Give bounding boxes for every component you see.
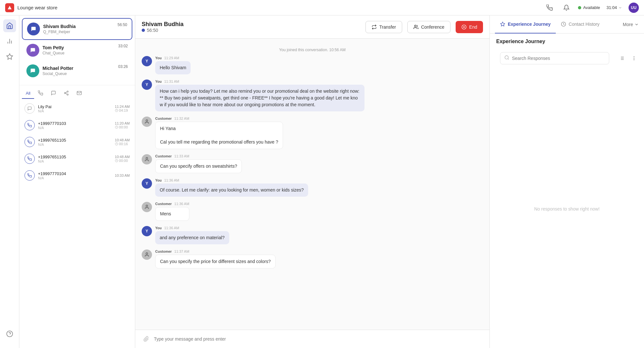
message-meta: You 11:29 AM xyxy=(155,56,191,60)
end-button[interactable]: End xyxy=(456,21,483,33)
recent-sub: N/A xyxy=(38,176,112,180)
message-sender: You xyxy=(155,56,162,60)
message-row: Y You 11:36 AM and any preference on mat… xyxy=(142,226,483,244)
chat-area: Shivam Budhia 56:50 Transfer Conference … xyxy=(135,15,489,348)
message-time: 11:36 AM xyxy=(164,226,179,230)
agent-avatar: Y xyxy=(142,226,152,236)
message-group-6: Customer 11:36 AM Mens xyxy=(142,202,483,221)
tab-contact-history[interactable]: Contact History xyxy=(556,15,605,33)
recent-icon-phone xyxy=(24,120,35,130)
message-content: Customer 11:36 AM Mens xyxy=(155,202,189,221)
nav-item-routing[interactable] xyxy=(3,50,16,63)
recent-item-phone4[interactable]: +19997770104 N/A 10:33 AM xyxy=(22,167,132,184)
message-sender: You xyxy=(155,226,162,230)
customer-avatar xyxy=(142,249,152,260)
message-group-7: Y You 11:36 AM and any preference on mat… xyxy=(142,226,483,244)
tab-calls[interactable] xyxy=(34,88,47,99)
system-message: You joined this conversation. 10:56 AM xyxy=(142,48,483,52)
svg-point-33 xyxy=(634,57,634,57)
chat-header: Shivam Budhia 56:50 Transfer Conference … xyxy=(135,15,489,39)
user-avatar[interactable]: UU xyxy=(629,3,639,13)
svg-line-10 xyxy=(66,92,67,93)
conv-avatar xyxy=(27,23,40,35)
chat-contact-name: Shivam Budhia xyxy=(142,21,360,28)
timer-dot xyxy=(142,29,145,32)
active-conversations: Shivam Budhia Q_FBM_ihelper 56:50 Tom Pe… xyxy=(19,15,135,84)
tab-all[interactable]: All xyxy=(22,88,34,99)
message-bubble: Can you specify offers on sweatshirts? xyxy=(155,159,242,173)
agent-avatar: Y xyxy=(142,56,152,66)
filter-icon[interactable] xyxy=(617,53,627,63)
conversations-list: Shivam Budhia Q_FBM_ihelper 56:50 Tom Pe… xyxy=(19,15,135,348)
message-sender: Customer xyxy=(155,117,172,120)
topbar-right: Available 31:04 UU xyxy=(545,3,639,13)
svg-line-9 xyxy=(66,93,67,94)
customer-avatar xyxy=(142,154,152,165)
status-badge[interactable]: Available xyxy=(578,5,600,10)
recent-contacts-list: Lily Pai N/A 11:24 AM 04:19 +19997770103 xyxy=(19,99,135,348)
tab-chat[interactable] xyxy=(47,88,60,99)
more-options-icon[interactable] xyxy=(629,53,639,63)
recent-name: +19997651105 xyxy=(38,138,112,143)
transfer-button[interactable]: Transfer xyxy=(365,21,402,33)
message-time: 11:37 AM xyxy=(174,249,189,253)
recent-info: +19997651105 N/A xyxy=(38,155,112,163)
conv-info: Shivam Budhia Q_FBM_ihelper xyxy=(43,24,127,34)
tab-email[interactable] xyxy=(73,88,86,99)
conv-item-shivam[interactable]: Shivam Budhia Q_FBM_ihelper 56:50 xyxy=(22,18,132,40)
recent-item-phone3[interactable]: +19997651105 N/A 10:48 AM 00:00 xyxy=(22,150,132,167)
conv-item-michael[interactable]: Michael Potter Social_Queue 03:26 xyxy=(22,61,132,81)
main-content: Shivam Budhia Q_FBM_ihelper 56:50 Tom Pe… xyxy=(0,15,644,348)
chat-input[interactable] xyxy=(154,336,483,342)
message-group-4: Customer 11:33 AM Can you specify offers… xyxy=(142,154,483,173)
message-time: 11:29 AM xyxy=(164,56,179,60)
conference-button[interactable]: Conference xyxy=(407,21,450,33)
phone-icon[interactable] xyxy=(545,3,555,13)
chat-input-area xyxy=(135,330,489,348)
message-meta: Customer 11:36 AM xyxy=(155,202,189,206)
svg-point-7 xyxy=(64,92,66,94)
conv-item-tom[interactable]: Tom Petty Chat_Queue 33:02 xyxy=(22,40,132,61)
search-responses-input[interactable] xyxy=(512,56,605,61)
svg-point-19 xyxy=(146,120,147,121)
message-sender: You xyxy=(155,178,162,182)
conv-name: Tom Petty xyxy=(43,45,128,50)
nav-item-home[interactable] xyxy=(3,19,16,32)
message-content: Customer 11:32 AM Hi YanaCal you tell me… xyxy=(155,117,283,149)
notification-icon[interactable] xyxy=(561,3,572,13)
conv-info: Tom Petty Chat_Queue xyxy=(43,45,128,55)
svg-line-26 xyxy=(508,59,509,60)
tab-more-label: More xyxy=(623,22,633,27)
message-group-8: Customer 11:37 AM Can you specify the pr… xyxy=(142,249,483,268)
recent-icon-chat xyxy=(24,103,35,114)
chat-messages: You joined this conversation. 10:56 AM Y… xyxy=(135,39,489,330)
conv-name: Michael Potter xyxy=(43,66,128,71)
attach-icon[interactable] xyxy=(142,334,151,343)
tab-experience-journey[interactable]: Experience Journey xyxy=(495,15,556,33)
conv-name: Shivam Budhia xyxy=(43,24,127,29)
message-meta: You 11:36 AM xyxy=(155,178,308,182)
recent-item-phone2[interactable]: +19997651105 N/A 10:48 AM 00:16 xyxy=(22,134,132,150)
message-row: Customer 11:33 AM Can you specify offers… xyxy=(142,154,483,173)
status-label: Available xyxy=(583,5,600,10)
transfer-label: Transfer xyxy=(379,24,396,30)
nav-item-analytics[interactable] xyxy=(3,35,16,48)
recent-sub: N/A xyxy=(38,126,112,130)
tab-experience-journey-label: Experience Journey xyxy=(508,22,551,27)
recent-item-phone1[interactable]: +19997770103 N/A 11:20 AM 00:00 xyxy=(22,117,132,134)
recent-item-lily[interactable]: Lily Pai N/A 11:24 AM 04:19 xyxy=(22,100,132,117)
message-group-1: Y You 11:29 AM Hello Shivam xyxy=(142,56,483,74)
svg-point-34 xyxy=(634,58,634,58)
tab-more[interactable]: More xyxy=(623,22,639,27)
message-content: You 11:36 AM Of course. Let me clarify: … xyxy=(155,178,308,197)
topbar: Lounge wear store Available 31:04 UU xyxy=(0,0,644,15)
recent-time: 11:20 AM 00:00 xyxy=(115,121,130,129)
right-panel: Experience Journey Contact History More … xyxy=(489,15,644,348)
message-time: 11:36 AM xyxy=(174,202,189,206)
search-bar-container xyxy=(495,50,639,67)
nav-item-help[interactable] xyxy=(3,327,16,340)
message-content: You 11:29 AM Hello Shivam xyxy=(155,56,191,74)
tab-share[interactable] xyxy=(60,88,73,99)
svg-point-6 xyxy=(67,91,68,92)
conv-time: 56:50 xyxy=(118,23,127,27)
